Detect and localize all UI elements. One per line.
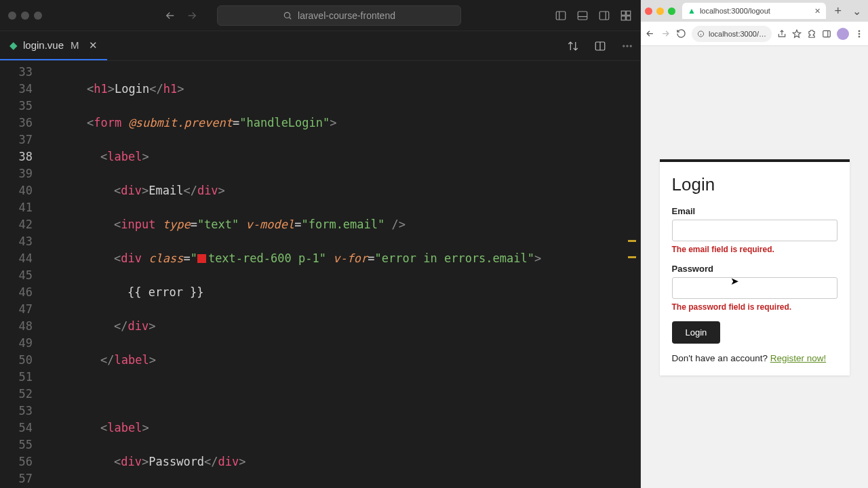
code-area[interactable]: 3334353637383940414243444546474849505152…: [0, 61, 640, 488]
info-icon: [697, 30, 705, 38]
menu-icon[interactable]: [854, 29, 864, 39]
password-label: Password: [672, 264, 837, 274]
browser-tab[interactable]: ▲ localhost:3000/logout ✕: [682, 3, 826, 19]
compare-icon[interactable]: [567, 40, 579, 52]
code-content[interactable]: <h1>Login</h1> <form @submit.prevent="ha…: [45, 61, 640, 488]
change-marker: [628, 256, 636, 258]
svg-point-15: [630, 45, 631, 46]
new-tab-icon[interactable]: +: [830, 4, 846, 18]
bookmark-icon[interactable]: [792, 29, 802, 39]
email-label: Email: [672, 206, 837, 216]
svg-point-13: [623, 45, 625, 46]
svg-point-14: [627, 45, 628, 46]
email-input[interactable]: [672, 220, 837, 241]
page-title: Login: [672, 174, 837, 195]
svg-rect-3: [578, 12, 587, 20]
avatar[interactable]: [837, 28, 849, 40]
share-icon[interactable]: [777, 29, 787, 39]
tab-bar: ◆ login.vue M ✕: [0, 31, 640, 61]
modified-indicator: M: [71, 39, 79, 51]
browser-viewport: Login Email The email field is required.…: [641, 46, 868, 488]
forward-icon[interactable]: [660, 28, 671, 39]
svg-rect-7: [621, 11, 625, 15]
close-icon[interactable]: ✕: [89, 39, 98, 52]
search-icon: [283, 11, 292, 20]
project-name: laravel-course-frontend: [298, 10, 395, 21]
login-button[interactable]: Login: [672, 321, 721, 344]
panel-icon[interactable]: [822, 29, 831, 39]
nuxt-icon: ▲: [688, 6, 696, 16]
nav-arrows: [164, 9, 198, 22]
split-icon[interactable]: [594, 40, 606, 52]
register-link[interactable]: Register now!: [770, 353, 827, 363]
panel-bottom-icon[interactable]: [576, 9, 589, 22]
panel-right-icon[interactable]: [598, 9, 610, 22]
forward-icon[interactable]: [186, 9, 198, 22]
layout-icon[interactable]: [620, 9, 632, 22]
svg-rect-1: [556, 12, 566, 20]
svg-rect-19: [823, 30, 831, 37]
close-dot[interactable]: [8, 12, 16, 20]
email-error: The email field is required.: [672, 245, 837, 254]
svg-rect-5: [599, 12, 609, 20]
editor-pane: laravel-course-frontend ◆ login.vue M ✕ …: [0, 0, 640, 488]
window-controls: [8, 12, 42, 20]
url-field[interactable]: localhost:3000/…: [692, 26, 772, 42]
tab-filename: login.vue: [23, 39, 64, 51]
vue-icon: ◆: [9, 39, 18, 52]
titlebar: laravel-course-frontend: [0, 0, 640, 31]
extensions-icon[interactable]: [807, 29, 816, 39]
browser-pane: ▲ localhost:3000/logout ✕ + ⌄ localhost:…: [640, 0, 868, 488]
line-gutter: 3334353637383940414243444546474849505152…: [0, 61, 45, 488]
back-icon[interactable]: [645, 28, 655, 39]
url-text: localhost:3000/…: [709, 30, 766, 38]
svg-point-21: [859, 30, 860, 31]
login-card: Login Email The email field is required.…: [660, 159, 850, 375]
close-icon[interactable]: ✕: [814, 7, 821, 16]
change-marker: [628, 240, 636, 242]
svg-point-0: [284, 12, 290, 18]
back-icon[interactable]: [164, 9, 176, 22]
svg-rect-8: [627, 11, 631, 15]
tab-login-vue[interactable]: ◆ login.vue M ✕: [0, 31, 107, 60]
command-center[interactable]: laravel-course-frontend: [217, 5, 461, 26]
reload-icon[interactable]: [676, 28, 686, 39]
browser-toolbar: localhost:3000/…: [641, 22, 868, 46]
register-line: Don't have an account? Register now!: [672, 353, 837, 363]
maximize-dot[interactable]: [34, 12, 42, 20]
browser-close-dot[interactable]: [645, 7, 652, 15]
password-input[interactable]: [672, 277, 837, 299]
browser-tabstrip: ▲ localhost:3000/logout ✕ + ⌄: [641, 0, 868, 22]
panel-left-icon[interactable]: [555, 9, 567, 22]
password-error: The password field is required.: [672, 302, 837, 312]
browser-min-dot[interactable]: [656, 7, 664, 15]
svg-point-23: [859, 36, 860, 37]
svg-point-22: [859, 33, 860, 34]
more-icon[interactable]: [621, 40, 633, 52]
minimize-dot[interactable]: [21, 12, 29, 20]
svg-rect-10: [627, 16, 631, 20]
browser-tab-title: localhost:3000/logout: [700, 7, 770, 15]
tabs-chevron-icon[interactable]: ⌄: [850, 5, 864, 18]
register-prefix: Don't have an account?: [672, 353, 770, 363]
svg-rect-9: [621, 16, 625, 20]
browser-max-dot[interactable]: [668, 7, 675, 15]
